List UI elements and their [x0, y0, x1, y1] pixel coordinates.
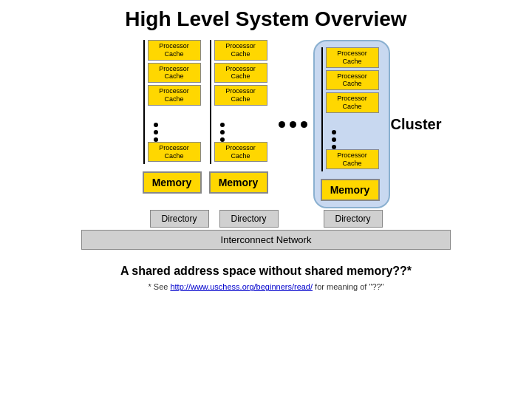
proc-cache-2a: ProcessorCache [214, 40, 267, 61]
main-content: ProcessorCache ProcessorCache ProcessorC… [15, 40, 517, 392]
proc-cache-3a: ProcessorCache [326, 47, 379, 68]
dot [332, 130, 336, 134]
proc-cache-1a: ProcessorCache [148, 40, 201, 61]
proc-cache-3b: ProcessorCache [326, 70, 379, 91]
dot [220, 123, 225, 127]
page: High Level System Overview ProcessorCach… [0, 0, 532, 399]
dot [279, 121, 285, 128]
page-title: High Level System Overview [15, 7, 517, 31]
cluster-box: ProcessorCache ProcessorCache ProcessorC… [313, 40, 390, 208]
mem-dir-3: Memory [321, 174, 380, 201]
footnote-link[interactable]: http://www.uschess.org/beginners/read/ [170, 282, 313, 291]
mem-dir-1: Memory [143, 167, 202, 194]
mem-dir-2: Memory [209, 167, 268, 194]
dots-vertical-3 [326, 130, 342, 149]
directory-box-1: Directory [150, 210, 209, 228]
footnote-prefix: * See [148, 282, 170, 291]
dots-horizontal [279, 121, 307, 128]
dot [301, 121, 307, 128]
directory-box-3: Directory [324, 210, 383, 228]
dot [154, 123, 158, 127]
footnote-suffix: for meaning of "??" [313, 282, 383, 291]
cluster-label: Cluster [391, 116, 442, 133]
node-stack-1: ProcessorCache ProcessorCache ProcessorC… [143, 40, 201, 164]
proc-cache-3d: ProcessorCache [326, 149, 379, 170]
proc-cache-1d: ProcessorCache [148, 142, 201, 163]
footnote: * See http://www.uschess.org/beginners/r… [15, 282, 517, 291]
proc-cache-1c: ProcessorCache [148, 85, 201, 106]
subtitle: A shared address space without shared me… [15, 265, 517, 278]
node-column-3: ProcessorCache ProcessorCache ProcessorC… [321, 47, 380, 201]
proc-cache-2b: ProcessorCache [214, 63, 267, 83]
dot [332, 137, 336, 142]
interconnect-box: Interconnect Network [81, 230, 451, 250]
directory-box-2: Directory [219, 210, 279, 228]
dot [154, 130, 158, 134]
node-column-1: ProcessorCache ProcessorCache ProcessorC… [143, 40, 202, 194]
dots-vertical-2 [214, 123, 231, 142]
proc-cache-2c: ProcessorCache [214, 85, 267, 106]
dots-vertical-1 [148, 123, 164, 142]
memory-box-3: Memory [321, 179, 380, 201]
node-stack-2: ProcessorCache ProcessorCache ProcessorC… [210, 40, 267, 164]
cluster-container: ProcessorCache ProcessorCache ProcessorC… [313, 40, 390, 208]
proc-cache-3c: ProcessorCache [326, 92, 379, 113]
dot [220, 130, 225, 134]
node-stack-3: ProcessorCache ProcessorCache ProcessorC… [321, 47, 379, 171]
memory-box-2: Memory [209, 171, 268, 194]
proc-cache-1b: ProcessorCache [148, 63, 201, 83]
node-column-2: ProcessorCache ProcessorCache ProcessorC… [209, 40, 268, 194]
memory-box-1: Memory [143, 171, 202, 194]
proc-cache-2d: ProcessorCache [214, 142, 267, 163]
dot [290, 121, 296, 128]
